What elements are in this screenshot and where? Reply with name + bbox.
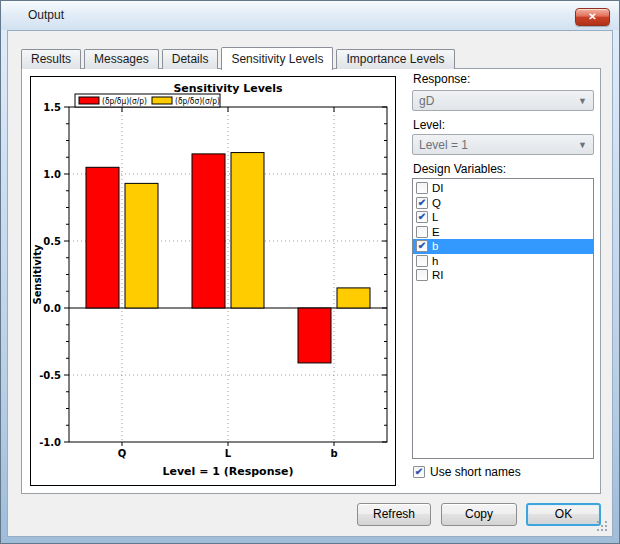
tab-messages[interactable]: Messages (84, 49, 159, 69)
response-value: gD (419, 94, 434, 108)
y-tick-label: 0.0 (43, 303, 61, 314)
x-tick-label: Q (118, 448, 127, 459)
use-short-names-label: Use short names (430, 465, 521, 479)
level-label: Level: (413, 118, 445, 132)
y-tick-label: -0.5 (39, 370, 61, 381)
close-icon: ✕ (588, 11, 596, 22)
list-item-Q[interactable]: ✔Q (413, 196, 593, 211)
checkbox-checked-icon[interactable]: ✔ (416, 197, 428, 209)
chevron-down-icon: ▼ (578, 96, 587, 106)
design-variables-label: Design Variables: (413, 162, 506, 176)
list-item-label: E (432, 226, 440, 238)
design-variables-list[interactable]: DI✔Q✔LE✔bhRI (412, 178, 594, 459)
chart-title: Sensitivity Levels (173, 82, 283, 95)
tab-page-sensitivity-levels: -1.0-0.50.00.51.01.5QLbSensitivity Level… (21, 68, 601, 494)
bar-L-series1 (192, 154, 225, 308)
close-button[interactable]: ✕ (575, 8, 610, 26)
bar-L-series2 (231, 153, 264, 308)
legend-swatch-2 (152, 97, 172, 104)
check-icon: ✔ (415, 467, 423, 477)
tab-strip: ResultsMessagesDetailsSensitivity Levels… (21, 46, 458, 69)
list-item-L[interactable]: ✔L (413, 210, 593, 225)
bar-Q-series1 (86, 167, 119, 308)
chart-panel: -1.0-0.50.00.51.01.5QLbSensitivity Level… (30, 76, 396, 486)
legend-label-2: (δp/δσ)(σ/p) (175, 97, 220, 106)
refresh-button[interactable]: Refresh (357, 503, 431, 526)
x-tick-label: L (225, 448, 232, 459)
use-short-names-checkbox[interactable]: ✔ (413, 466, 425, 478)
use-short-names-row: ✔ Use short names (413, 465, 521, 479)
checkbox-unchecked-icon[interactable] (416, 269, 428, 281)
chevron-down-icon: ▼ (578, 140, 587, 150)
list-item-label: Q (432, 197, 441, 209)
controls-panel: Response: gD ▼ Level: Level = 1 ▼ Design… (412, 69, 594, 493)
list-item-label: h (432, 255, 438, 267)
list-item-label: RI (432, 269, 444, 281)
y-tick-label: -1.0 (39, 437, 61, 448)
list-item-h[interactable]: h (413, 254, 593, 269)
copy-button[interactable]: Copy (441, 503, 517, 526)
titlebar[interactable]: Output ✕ (1, 1, 619, 30)
tab-details[interactable]: Details (162, 49, 219, 69)
checkbox-unchecked-icon[interactable] (416, 226, 428, 238)
bar-Q-series2 (125, 183, 158, 308)
y-axis-label: Sensitivity (32, 244, 43, 304)
list-item-E[interactable]: E (413, 225, 593, 240)
ok-button[interactable]: OK (526, 503, 601, 526)
bar-b-series2 (337, 288, 370, 308)
x-axis-label: Level = 1 (Response) (162, 465, 293, 478)
output-dialog: Output ✕ ResultsMessagesDetailsSensitivi… (0, 0, 620, 544)
list-item-label: L (432, 211, 438, 223)
tab-importance-levels[interactable]: Importance Levels (336, 49, 454, 69)
window-title: Output (28, 8, 64, 22)
dialog-body: ResultsMessagesDetailsSensitivity Levels… (7, 30, 613, 537)
response-select: gD ▼ (412, 90, 594, 111)
tab-results[interactable]: Results (21, 49, 81, 69)
list-item-RI[interactable]: RI (413, 268, 593, 283)
checkbox-checked-icon[interactable]: ✔ (416, 240, 428, 252)
level-value: Level = 1 (419, 138, 468, 152)
bar-b-series1 (298, 308, 331, 363)
resize-grip[interactable] (597, 521, 607, 531)
legend-swatch-1 (79, 97, 99, 104)
legend-label-1: (δp/δμ)(σ/p) (102, 97, 147, 106)
y-tick-label: 1.0 (43, 169, 61, 180)
checkbox-checked-icon[interactable]: ✔ (416, 211, 428, 223)
response-label: Response: (413, 72, 470, 86)
list-item-DI[interactable]: DI (413, 181, 593, 196)
checkbox-unchecked-icon[interactable] (416, 255, 428, 267)
list-item-b[interactable]: ✔b (413, 239, 593, 254)
list-item-label: DI (432, 182, 444, 194)
x-tick-label: b (330, 448, 337, 459)
y-tick-label: 1.5 (43, 102, 61, 113)
tab-sensitivity-levels[interactable]: Sensitivity Levels (221, 47, 333, 70)
y-tick-label: 0.5 (43, 236, 61, 247)
level-select: Level = 1 ▼ (412, 134, 594, 155)
list-item-label: b (432, 240, 438, 252)
checkbox-unchecked-icon[interactable] (416, 182, 428, 194)
sensitivity-chart: -1.0-0.50.00.51.01.5QLbSensitivity Level… (31, 77, 395, 485)
